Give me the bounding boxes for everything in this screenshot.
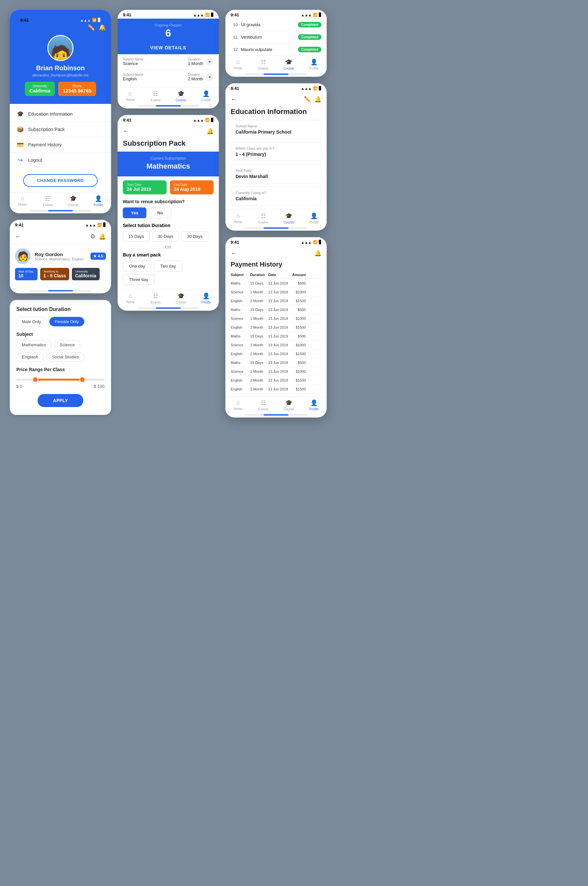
english-chip[interactable]: Engliash: [16, 352, 44, 362]
pay-r8-date: 13 Jun 2019: [268, 352, 291, 356]
nav6-exams[interactable]: ☷ Exams: [251, 399, 276, 411]
slider-thumb-right[interactable]: [80, 377, 85, 382]
pay-r5-subject: English: [231, 325, 250, 329]
start-date-label: Start Date: [127, 183, 163, 187]
nav4-course[interactable]: 🎓 Course: [276, 58, 302, 70]
science-chip[interactable]: Science: [54, 340, 80, 349]
nav2-exams[interactable]: ☷ Exams: [143, 90, 168, 102]
payment-icon: 💳: [16, 141, 24, 148]
ongoing-label: Ongoing Chapter: [123, 23, 214, 27]
nav2-home[interactable]: ⌂ Home: [118, 90, 143, 102]
university-badge[interactable]: University Califirnia: [25, 82, 55, 96]
chapter-status-1: Completed: [298, 34, 321, 40]
nav-course[interactable]: 🎓 Course: [60, 195, 86, 207]
edu-card-0: School Name California Primary School: [231, 120, 321, 139]
duration-chips-group: 15 Days 30 Days 30 Days: [123, 231, 214, 241]
chapter-status-bar: 9:41 ▲▲▲ 📶 ▊: [118, 10, 219, 19]
nav2-course[interactable]: 🎓 Course: [168, 90, 194, 102]
pay-r12-date: 13 Jun 2019: [268, 387, 291, 391]
nav3-course[interactable]: 🎓 Course: [168, 292, 194, 304]
nav3-profile[interactable]: 👤 Profile: [194, 292, 219, 304]
dur-chip-2[interactable]: 30 Days: [181, 231, 208, 241]
chap-wifi-icon: 📶: [313, 13, 318, 17]
nav-exams[interactable]: ☷ Exams: [35, 195, 61, 207]
nav4-exams[interactable]: ☷ Exams: [251, 58, 276, 70]
menu-item-education[interactable]: 🎓 Education Information: [10, 106, 111, 122]
tutor-subjects: Science, Mathematics, English: [34, 257, 84, 261]
pay-r9-date: 13 Jun 2019: [268, 361, 291, 364]
sub-back-button[interactable]: ←: [123, 127, 129, 135]
chap-signal-icon: ▲▲▲: [301, 13, 312, 17]
edu-card-2: Your Tutor Devin Marshall: [231, 164, 321, 183]
col-date: Date: [268, 273, 291, 277]
back-button[interactable]: ←: [15, 232, 21, 240]
nav4-profile[interactable]: 👤 Profile: [302, 58, 327, 70]
yes-button[interactable]: Yes: [123, 207, 146, 218]
change-password-button[interactable]: CHANGE PASSWORD: [23, 174, 98, 187]
nav-profile[interactable]: 👤 Profile: [86, 195, 111, 207]
nav2-course-icon: 🎓: [177, 90, 184, 97]
edu-bell-icon[interactable]: 🔔: [314, 96, 321, 103]
social-chip[interactable]: Social Studies: [46, 352, 84, 362]
start-date-card: Start Date 24 Jul 2019: [123, 180, 166, 194]
nav6-home[interactable]: ⌂ Home: [225, 399, 251, 411]
nav6-course[interactable]: 🎓 Course: [276, 399, 302, 411]
smart-chip-1[interactable]: Two day: [154, 261, 182, 271]
current-sub-label: Current Subscription: [123, 156, 214, 161]
nav3-home[interactable]: ⌂ Home: [118, 292, 143, 304]
course-0-name: Science: [123, 61, 143, 66]
edu-back-button[interactable]: ←: [231, 95, 237, 103]
pay-back-button[interactable]: ←: [231, 249, 237, 257]
status-time: 9:41: [20, 18, 29, 22]
subscription-icon: 📦: [16, 126, 24, 133]
pay-row-9: Maths 15 Days 13 Jun 2019 $500: [230, 358, 323, 367]
phone-badge[interactable]: Phone 12345 98765: [58, 82, 96, 96]
nav5-home[interactable]: ⌂ Home: [225, 212, 251, 224]
smart-chip-0[interactable]: One day: [123, 261, 151, 271]
nav3-course-label: Course: [176, 301, 186, 304]
nav4-home[interactable]: ⌂ Home: [225, 58, 251, 70]
nav5-course[interactable]: 🎓 Course: [276, 212, 302, 224]
course-0-dropdown[interactable]: ▾: [206, 58, 214, 66]
apply-button[interactable]: APPLY: [38, 394, 83, 407]
edu-edit-icon[interactable]: ✏️: [304, 96, 311, 103]
filter-icon[interactable]: ⚙: [90, 233, 95, 240]
nav2-profile[interactable]: 👤 Profile: [194, 90, 219, 102]
dur-chip-0[interactable]: 15 Days: [123, 231, 150, 241]
profile-menu: 🎓 Education Information 📦 Subscription P…: [10, 104, 111, 170]
edit-icon[interactable]: ✏️: [87, 24, 95, 31]
price-slider[interactable]: [16, 379, 105, 381]
col-amount: Amount: [291, 273, 306, 277]
dur-chip-1[interactable]: 30 Days: [152, 231, 179, 241]
pay-bell-icon[interactable]: 🔔: [314, 250, 321, 257]
ch-wifi-icon: 📶: [205, 13, 210, 17]
tutor-bell-icon[interactable]: 🔔: [99, 233, 106, 240]
menu-payment-label: Payment History: [28, 142, 62, 147]
menu-item-payment[interactable]: 💳 Payment History: [10, 137, 111, 153]
pay-row-1: Science 1 Month 13 Jun 2019 $1000: [230, 288, 323, 297]
nav5-profile[interactable]: 👤 Profile: [302, 212, 327, 224]
chapter-name-1: Vestibulum: [241, 34, 295, 39]
nav6-profile[interactable]: 👤 Profile: [302, 399, 327, 411]
male-only-chip[interactable]: Male Only: [16, 317, 47, 326]
exams-icon: ☷: [45, 195, 50, 202]
course-1-dropdown[interactable]: ▾: [206, 73, 214, 81]
sub-bell-icon[interactable]: 🔔: [207, 127, 214, 135]
nav5-exams[interactable]: ☷ Exams: [251, 212, 276, 224]
no-button[interactable]: No: [149, 207, 171, 218]
view-details-button[interactable]: VIEW DETAILS: [118, 41, 219, 54]
nav5-exams-label: Exams: [258, 220, 268, 224]
subscription-dates: Start Date 24 Jul 2019 End Date 24 Aug 2…: [118, 180, 219, 194]
menu-item-subscription[interactable]: 📦 Subscription Pack: [10, 122, 111, 137]
phone-label: Phone: [63, 84, 92, 88]
pay-r3-duration: 15 Days: [250, 308, 268, 312]
nav-home[interactable]: ⌂ Home: [10, 195, 35, 207]
nav3-exams[interactable]: ☷ Exams: [143, 292, 168, 304]
notification-bell[interactable]: 🔔: [99, 24, 106, 31]
menu-item-logout[interactable]: ↪ Logout: [10, 153, 111, 168]
female-only-chip[interactable]: Female Only: [50, 317, 85, 326]
math-chip[interactable]: Mathematics: [16, 340, 52, 349]
slider-thumb-left[interactable]: [32, 377, 38, 382]
smart-chip-2[interactable]: Three day: [123, 274, 154, 285]
course-1-name: English: [123, 76, 143, 81]
